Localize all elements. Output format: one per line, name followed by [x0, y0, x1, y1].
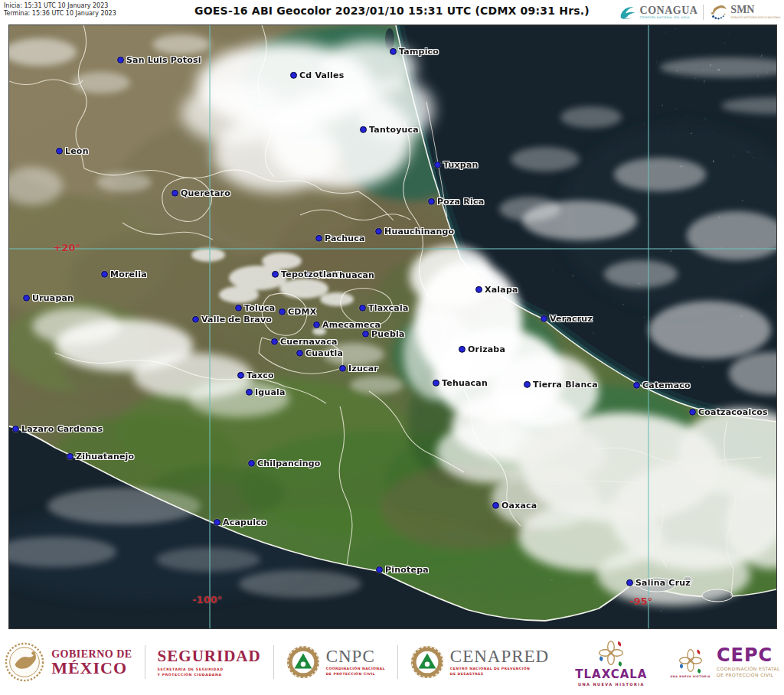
city-marker-iguala: Iguala [246, 387, 286, 397]
mexico-eagle-icon [4, 641, 45, 683]
city-dot-icon [296, 350, 303, 357]
city-marker-zihuatanejo: Zihuatanejo [67, 452, 134, 462]
city-label: Pachuca [325, 233, 365, 243]
cnpc-title: CNPC [326, 648, 385, 665]
city-label: Puebla [371, 329, 405, 339]
tlaxcala-flower-icon [598, 638, 624, 667]
city-dot-icon [633, 382, 640, 389]
smn-subtitle: SERVICIO METEOROLÓGICO NACIONAL [730, 16, 781, 19]
city-label: Oaxaca [501, 501, 537, 511]
city-dot-icon [362, 331, 369, 338]
city-label: Tierra Blanca [533, 380, 598, 390]
city-marker-chilpancingo: Chilpancingo [248, 458, 321, 468]
page: Inicia: 15:31 UTC 10 January 2023 Termin… [0, 0, 784, 695]
city-label: Tehuacan [442, 378, 488, 388]
city-marker-queretaro: Queretaro [172, 188, 230, 198]
city-label: Huauchinango [384, 227, 454, 237]
city-marker-oaxaca: Oaxaca [492, 501, 537, 511]
city-dot-icon [339, 365, 346, 372]
cenapred-sub1: CENTRO NACIONAL DE PREVENCIÓN [450, 667, 549, 672]
tlaxcala-title: TLAXCALA [575, 669, 647, 680]
city-marker-lazaro-cardenas: Lazaro Cardenas [12, 424, 103, 434]
cepc-flower-icon [678, 647, 703, 674]
header-logos: CONAGUA COMISIÓN NACIONAL DEL AGUA SMN S… [619, 2, 781, 23]
city-label: Cd Valles [299, 70, 344, 80]
city-marker-catemaco: Catemaco [633, 380, 691, 390]
cepc-title: CEPC [717, 646, 780, 664]
city-dot-icon [524, 381, 531, 388]
city-marker-cuernavaca: Cuernavaca [271, 337, 338, 347]
city-dot-icon [359, 305, 366, 312]
seguridad-title: SEGURIDAD [158, 647, 261, 666]
city-label: San Luis Potosi [126, 55, 201, 65]
header-logo-divider [703, 5, 704, 20]
city-label: Tuxpan [443, 160, 479, 170]
cepc-sub2: DE PROTECCIÓN CIVIL [717, 672, 780, 678]
city-dot-icon [117, 57, 124, 64]
city-dot-icon [689, 409, 696, 416]
smn-logo: SMN SERVICIO METEOROLÓGICO NACIONAL [709, 4, 781, 21]
city-marker-tlaxcala: Tlaxcala [359, 303, 409, 313]
city-marker-valle-de-bravo: Valle de Bravo [192, 315, 272, 325]
city-label: Salina Cruz [635, 578, 691, 588]
city-dot-icon [434, 162, 441, 168]
city-dot-icon [279, 308, 286, 315]
city-dot-icon [235, 305, 242, 312]
city-marker-poza-rica: Poza Rica [428, 197, 484, 207]
city-dot-icon [626, 579, 633, 586]
city-label: Izucar [348, 364, 378, 374]
city-label: Uruapan [32, 293, 74, 303]
city-marker-leon: Leon [56, 146, 89, 156]
city-marker-san-luis-potosi: San Luis Potosi [117, 55, 201, 65]
city-dot-icon [375, 228, 382, 235]
cnpc-sub2: DE PROTECCIÓN CIVIL [326, 672, 385, 677]
city-marker-cdmx: CDMX [279, 307, 316, 317]
city-marker-tierra-blanca: Tierra Blanca [524, 380, 598, 390]
city-label: Queretaro [181, 188, 230, 198]
civil-protection-icon [286, 645, 320, 679]
city-marker-uruapan: Uruapan [23, 293, 74, 303]
city-marker-orizaba: Orizaba [459, 344, 505, 354]
city-dot-icon [390, 48, 397, 55]
cenapred-sub2: DE DESASTRES [450, 672, 549, 677]
city-label: Leon [65, 146, 89, 156]
city-dot-icon [246, 389, 253, 396]
city-dot-icon [315, 235, 322, 242]
city-label: Valle de Bravo [201, 315, 272, 325]
city-marker-coatzacoalcos: Coatzacoalcos [689, 407, 768, 417]
city-marker-tuxpan: Tuxpan [434, 160, 479, 170]
city-label: Acapulco [223, 517, 267, 527]
city-label: Morelia [110, 269, 147, 279]
city-dot-icon [459, 346, 466, 353]
logo-cepc: UNA NUEVA HISTORIA CEPC COORDINACIÓN EST… [670, 646, 779, 679]
city-marker-toluca: Toluca [235, 303, 275, 313]
footer-divider [273, 645, 274, 679]
city-label: Coatzacoalcos [698, 407, 768, 417]
city-marker-puebla: Puebla [362, 329, 405, 339]
city-marker-tantoyuca: Tantoyuca [360, 125, 419, 135]
city-dot-icon [376, 566, 383, 573]
city-marker-cd-valles: Cd Valles [290, 70, 344, 80]
city-label: Tepotzotlan [281, 269, 338, 279]
city-marker-xalapa: Xalapa [475, 285, 518, 295]
satellite-map: +20°-100°-95° San Luis PotosiCd VallesTa… [8, 24, 777, 629]
logo-cenapred: CENAPRED CENTRO NACIONAL DE PREVENCIÓN D… [410, 645, 549, 679]
city-marker-tepotzotlan: Tepotzotlan [272, 269, 338, 279]
city-dot-icon [272, 271, 279, 278]
footer: GOBIERNO DE MÉXICO SEGURIDAD SECRETARÍA … [0, 629, 784, 695]
city-dot-icon [360, 126, 367, 133]
header: Inicia: 15:31 UTC 10 January 2023 Termin… [0, 0, 784, 24]
conagua-logo: CONAGUA COMISIÓN NACIONAL DEL AGUA [619, 5, 698, 21]
city-label: Poza Rica [437, 197, 484, 207]
cepc-sub1: COORDINACIÓN ESTATAL [717, 666, 780, 672]
city-marker-tampico: Tampico [390, 47, 439, 57]
city-label: Taxco [247, 370, 274, 380]
city-dot-icon [214, 519, 220, 526]
city-label: Catemaco [642, 380, 691, 390]
city-marker-veracruz: Veracruz [541, 314, 593, 324]
cenapred-title: CENAPRED [450, 648, 549, 665]
city-marker-acapulco: Acapulco [214, 517, 267, 527]
city-label: Tlaxcala [368, 303, 409, 313]
smn-spiral-icon [709, 4, 727, 21]
city-dot-icon [428, 198, 435, 205]
